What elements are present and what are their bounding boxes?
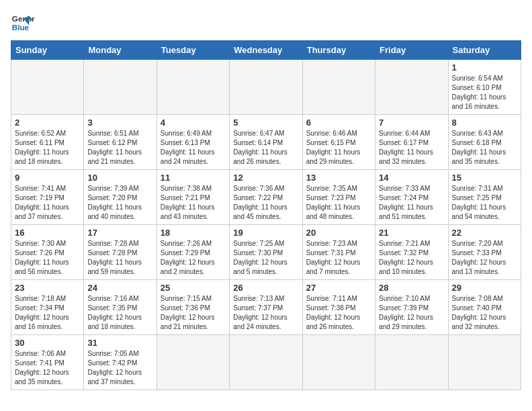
day-number: 6	[306, 118, 371, 128]
day-number: 16	[15, 228, 80, 238]
calendar-cell: 9Sunrise: 7:41 AM Sunset: 7:19 PM Daylig…	[11, 170, 84, 225]
day-info: Sunrise: 7:21 AM Sunset: 7:32 PM Dayligh…	[379, 239, 444, 277]
svg-text:Blue: Blue	[12, 23, 30, 32]
day-info: Sunrise: 7:18 AM Sunset: 7:34 PM Dayligh…	[15, 294, 80, 332]
day-info: Sunrise: 6:47 AM Sunset: 6:14 PM Dayligh…	[233, 129, 298, 167]
calendar-cell: 11Sunrise: 7:38 AM Sunset: 7:21 PM Dayli…	[157, 170, 229, 225]
day-info: Sunrise: 7:31 AM Sunset: 7:25 PM Dayligh…	[452, 184, 517, 222]
day-info: Sunrise: 6:43 AM Sunset: 6:18 PM Dayligh…	[452, 129, 517, 167]
calendar-cell: 26Sunrise: 7:13 AM Sunset: 7:37 PM Dayli…	[230, 280, 302, 335]
logo-icon: General Blue	[11, 11, 35, 35]
calendar-cell: 15Sunrise: 7:31 AM Sunset: 7:25 PM Dayli…	[448, 170, 521, 225]
day-info: Sunrise: 7:13 AM Sunset: 7:37 PM Dayligh…	[233, 294, 298, 332]
day-info: Sunrise: 6:49 AM Sunset: 6:13 PM Dayligh…	[161, 129, 226, 167]
calendar-cell: 1Sunrise: 6:54 AM Sunset: 6:10 PM Daylig…	[448, 60, 521, 115]
calendar-week-2: 2Sunrise: 6:52 AM Sunset: 6:11 PM Daylig…	[11, 115, 521, 170]
day-number: 17	[87, 228, 152, 238]
calendar-week-6: 30Sunrise: 7:06 AM Sunset: 7:41 PM Dayli…	[11, 335, 521, 390]
svg-text:General: General	[12, 14, 35, 23]
calendar-cell: 8Sunrise: 6:43 AM Sunset: 6:18 PM Daylig…	[448, 115, 521, 170]
calendar-cell	[230, 335, 302, 390]
column-header-friday: Friday	[375, 41, 448, 60]
calendar-cell	[230, 60, 302, 115]
day-info: Sunrise: 7:39 AM Sunset: 7:20 PM Dayligh…	[87, 184, 152, 222]
day-number: 5	[233, 118, 298, 128]
calendar-cell: 29Sunrise: 7:08 AM Sunset: 7:40 PM Dayli…	[448, 280, 521, 335]
day-info: Sunrise: 7:41 AM Sunset: 7:19 PM Dayligh…	[15, 184, 80, 222]
day-info: Sunrise: 6:51 AM Sunset: 6:12 PM Dayligh…	[87, 129, 152, 167]
day-number: 24	[87, 283, 152, 293]
day-info: Sunrise: 7:35 AM Sunset: 7:23 PM Dayligh…	[306, 184, 371, 222]
calendar-cell	[302, 335, 375, 390]
calendar-week-4: 16Sunrise: 7:30 AM Sunset: 7:26 PM Dayli…	[11, 225, 521, 280]
calendar-cell	[302, 60, 375, 115]
day-number: 19	[233, 228, 298, 238]
calendar-cell: 21Sunrise: 7:21 AM Sunset: 7:32 PM Dayli…	[375, 225, 448, 280]
calendar-cell: 13Sunrise: 7:35 AM Sunset: 7:23 PM Dayli…	[302, 170, 375, 225]
calendar-cell: 6Sunrise: 6:46 AM Sunset: 6:15 PM Daylig…	[302, 115, 375, 170]
calendar-cell: 16Sunrise: 7:30 AM Sunset: 7:26 PM Dayli…	[11, 225, 84, 280]
day-info: Sunrise: 7:15 AM Sunset: 7:36 PM Dayligh…	[161, 294, 226, 332]
day-info: Sunrise: 7:26 AM Sunset: 7:29 PM Dayligh…	[161, 239, 226, 277]
calendar-header-row: SundayMondayTuesdayWednesdayThursdayFrid…	[11, 41, 521, 60]
day-info: Sunrise: 7:11 AM Sunset: 7:38 PM Dayligh…	[306, 294, 371, 332]
calendar-cell: 22Sunrise: 7:20 AM Sunset: 7:33 PM Dayli…	[448, 225, 521, 280]
day-info: Sunrise: 7:10 AM Sunset: 7:39 PM Dayligh…	[379, 294, 444, 332]
day-info: Sunrise: 6:52 AM Sunset: 6:11 PM Dayligh…	[15, 129, 80, 167]
day-info: Sunrise: 7:23 AM Sunset: 7:31 PM Dayligh…	[306, 239, 371, 277]
calendar-cell: 20Sunrise: 7:23 AM Sunset: 7:31 PM Dayli…	[302, 225, 375, 280]
column-header-monday: Monday	[84, 41, 157, 60]
calendar-cell	[84, 60, 157, 115]
column-header-tuesday: Tuesday	[157, 41, 229, 60]
calendar-cell: 7Sunrise: 6:44 AM Sunset: 6:17 PM Daylig…	[375, 115, 448, 170]
day-info: Sunrise: 6:46 AM Sunset: 6:15 PM Dayligh…	[306, 129, 371, 167]
calendar-cell: 3Sunrise: 6:51 AM Sunset: 6:12 PM Daylig…	[84, 115, 157, 170]
calendar-cell: 17Sunrise: 7:28 AM Sunset: 7:28 PM Dayli…	[84, 225, 157, 280]
calendar-cell: 25Sunrise: 7:15 AM Sunset: 7:36 PM Dayli…	[157, 280, 229, 335]
day-info: Sunrise: 7:25 AM Sunset: 7:30 PM Dayligh…	[233, 239, 298, 277]
calendar-cell: 28Sunrise: 7:10 AM Sunset: 7:39 PM Dayli…	[375, 280, 448, 335]
column-header-thursday: Thursday	[302, 41, 375, 60]
calendar-cell	[157, 60, 229, 115]
calendar-table: SundayMondayTuesdayWednesdayThursdayFrid…	[11, 40, 521, 390]
calendar-cell: 12Sunrise: 7:36 AM Sunset: 7:22 PM Dayli…	[230, 170, 302, 225]
day-info: Sunrise: 7:30 AM Sunset: 7:26 PM Dayligh…	[15, 239, 80, 277]
day-number: 23	[15, 283, 80, 293]
calendar-cell	[448, 335, 521, 390]
day-info: Sunrise: 6:44 AM Sunset: 6:17 PM Dayligh…	[379, 129, 444, 167]
day-number: 28	[379, 283, 444, 293]
calendar-cell: 4Sunrise: 6:49 AM Sunset: 6:13 PM Daylig…	[157, 115, 229, 170]
day-number: 30	[15, 338, 80, 348]
calendar-cell: 24Sunrise: 7:16 AM Sunset: 7:35 PM Dayli…	[84, 280, 157, 335]
page-header: General Blue	[11, 11, 521, 35]
column-header-sunday: Sunday	[11, 41, 84, 60]
calendar-cell: 31Sunrise: 7:05 AM Sunset: 7:42 PM Dayli…	[84, 335, 157, 390]
calendar-cell	[157, 335, 229, 390]
day-number: 15	[452, 173, 517, 183]
day-number: 13	[306, 173, 371, 183]
calendar-week-3: 9Sunrise: 7:41 AM Sunset: 7:19 PM Daylig…	[11, 170, 521, 225]
column-header-wednesday: Wednesday	[230, 41, 302, 60]
day-number: 1	[452, 62, 517, 73]
calendar-cell: 27Sunrise: 7:11 AM Sunset: 7:38 PM Dayli…	[302, 280, 375, 335]
day-info: Sunrise: 7:36 AM Sunset: 7:22 PM Dayligh…	[233, 184, 298, 222]
day-info: Sunrise: 7:28 AM Sunset: 7:28 PM Dayligh…	[87, 239, 152, 277]
day-info: Sunrise: 7:06 AM Sunset: 7:41 PM Dayligh…	[15, 349, 80, 387]
day-number: 29	[452, 283, 517, 293]
day-info: Sunrise: 7:16 AM Sunset: 7:35 PM Dayligh…	[87, 294, 152, 332]
day-number: 31	[87, 338, 152, 348]
day-number: 2	[15, 118, 80, 128]
day-number: 25	[161, 283, 226, 293]
column-header-saturday: Saturday	[448, 41, 521, 60]
day-info: Sunrise: 7:33 AM Sunset: 7:24 PM Dayligh…	[379, 184, 444, 222]
calendar-week-1: 1Sunrise: 6:54 AM Sunset: 6:10 PM Daylig…	[11, 60, 521, 115]
day-info: Sunrise: 7:05 AM Sunset: 7:42 PM Dayligh…	[87, 349, 152, 387]
day-number: 27	[306, 283, 371, 293]
day-number: 3	[87, 118, 152, 128]
day-number: 8	[452, 118, 517, 128]
day-info: Sunrise: 7:38 AM Sunset: 7:21 PM Dayligh…	[161, 184, 226, 222]
day-info: Sunrise: 6:54 AM Sunset: 6:10 PM Dayligh…	[452, 74, 517, 111]
calendar-week-5: 23Sunrise: 7:18 AM Sunset: 7:34 PM Dayli…	[11, 280, 521, 335]
calendar-cell: 30Sunrise: 7:06 AM Sunset: 7:41 PM Dayli…	[11, 335, 84, 390]
day-number: 20	[306, 228, 371, 238]
